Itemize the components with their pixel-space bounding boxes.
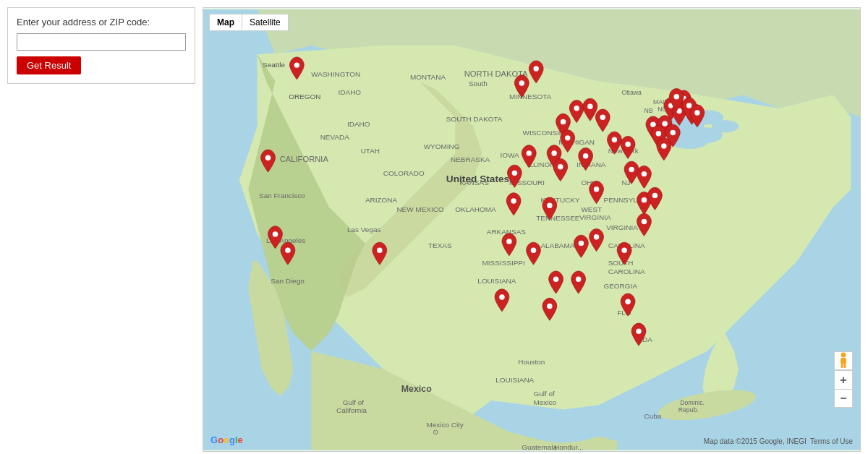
- svg-text:LOUISIANA: LOUISIANA: [477, 277, 516, 285]
- svg-text:⊙: ⊙: [433, 428, 438, 436]
- map-attribution: Map data ©2015 Google, INEGI Terms of Us…: [704, 437, 853, 445]
- main-content: Enter your address or ZIP code: Get Resu…: [7, 7, 861, 452]
- svg-text:TEXAS: TEXAS: [428, 241, 452, 249]
- svg-point-85: [533, 66, 538, 71]
- svg-point-126: [694, 110, 699, 115]
- svg-point-106: [594, 187, 599, 192]
- svg-text:SOUTH DAKOTA: SOUTH DAKOTA: [446, 115, 503, 123]
- svg-text:Las Vegas: Las Vegas: [347, 226, 380, 234]
- svg-text:WEST: WEST: [581, 205, 602, 213]
- address-input[interactable]: [17, 33, 186, 51]
- pegman[interactable]: [834, 351, 853, 370]
- svg-text:Mexico: Mexico: [401, 384, 433, 394]
- map-svg: NORTH DAKOTA South MINNESOTA MONTANA IDA…: [203, 8, 860, 451]
- svg-point-84: [519, 80, 524, 85]
- sidebar: Enter your address or ZIP code: Get Resu…: [7, 7, 195, 84]
- zoom-in-button[interactable]: +: [834, 370, 853, 389]
- svg-text:Repub.: Repub.: [678, 406, 699, 414]
- svg-text:NEBRASKA: NEBRASKA: [451, 155, 490, 163]
- zoom-controls: + −: [834, 370, 853, 408]
- svg-text:VIRGINIA: VIRGINIA: [606, 223, 638, 231]
- svg-point-129: [841, 353, 846, 358]
- svg-point-94: [594, 234, 599, 239]
- svg-point-97: [547, 304, 552, 309]
- svg-text:Dominic.: Dominic.: [680, 399, 705, 406]
- svg-point-123: [511, 198, 516, 203]
- svg-point-116: [662, 121, 667, 126]
- terms-link[interactable]: Terms of Use: [810, 437, 853, 445]
- svg-text:United States: United States: [446, 174, 510, 184]
- satellite-button[interactable]: Satellite: [242, 14, 289, 31]
- svg-rect-131: [841, 364, 843, 368]
- svg-point-124: [674, 94, 679, 99]
- svg-text:MONTANA: MONTANA: [410, 73, 446, 81]
- svg-text:ARIZONA: ARIZONA: [365, 196, 398, 204]
- svg-text:Mexico: Mexico: [533, 398, 556, 406]
- svg-point-98: [499, 294, 504, 299]
- svg-point-112: [621, 248, 626, 253]
- svg-text:California: California: [336, 406, 367, 414]
- svg-point-114: [636, 329, 641, 334]
- svg-point-102: [600, 115, 605, 120]
- svg-text:MISSISSIPPI: MISSISSIPPI: [482, 259, 525, 267]
- e-letter: e: [238, 434, 243, 445]
- svg-text:OKLAHOMA: OKLAHOMA: [455, 205, 496, 213]
- svg-point-107: [629, 167, 634, 172]
- svg-point-88: [527, 150, 532, 155]
- svg-text:IDAHO: IDAHO: [347, 120, 370, 128]
- svg-text:COLORADO: COLORADO: [383, 169, 425, 177]
- svg-point-91: [565, 135, 570, 140]
- svg-text:WYOMING: WYOMING: [424, 142, 460, 150]
- svg-point-93: [579, 241, 584, 246]
- svg-text:Guatemala: Guatemala: [522, 443, 557, 451]
- svg-text:Gulf of: Gulf of: [343, 398, 365, 406]
- page-container: Enter your address or ZIP code: Get Resu…: [0, 0, 868, 454]
- svg-text:TENNESSEE: TENNESSEE: [536, 214, 580, 222]
- svg-point-90: [558, 164, 563, 169]
- svg-point-125: [686, 103, 692, 108]
- svg-point-128: [671, 130, 676, 135]
- svg-text:San Diego: San Diego: [271, 277, 305, 285]
- svg-point-86: [561, 119, 566, 124]
- svg-text:SOUTH: SOUTH: [608, 259, 634, 267]
- svg-point-105: [583, 153, 588, 158]
- svg-text:GEORGIA: GEORGIA: [604, 282, 638, 290]
- svg-point-89: [551, 150, 556, 155]
- svg-rect-130: [841, 358, 846, 364]
- svg-text:WISCONSIN: WISCONSIN: [523, 129, 564, 137]
- svg-text:NEW MEXICO: NEW MEXICO: [396, 205, 443, 213]
- svg-text:CAROLINA: CAROLINA: [608, 267, 645, 275]
- map-area[interactable]: NORTH DAKOTA South MINNESOTA MONTANA IDA…: [203, 8, 860, 451]
- svg-point-117: [656, 131, 661, 136]
- svg-text:UTAH: UTAH: [361, 147, 380, 155]
- svg-text:WASHINGTON: WASHINGTON: [311, 70, 360, 78]
- svg-text:Gulf of: Gulf of: [533, 390, 555, 398]
- svg-rect-132: [844, 364, 846, 368]
- svg-text:IOWA: IOWA: [500, 151, 519, 159]
- svg-point-81: [273, 231, 278, 236]
- google-brand: Google: [210, 434, 243, 445]
- svg-text:CALIFORNIA: CALIFORNIA: [280, 155, 329, 163]
- svg-text:IDAHO: IDAHO: [339, 88, 362, 96]
- svg-point-110: [652, 193, 658, 198]
- svg-point-127: [661, 143, 666, 148]
- svg-text:LOUISIANA: LOUISIANA: [495, 376, 534, 384]
- map-button[interactable]: Map: [209, 14, 242, 31]
- svg-point-87: [574, 106, 579, 111]
- svg-point-99: [506, 239, 511, 244]
- svg-text:VIRGINIA: VIRGINIA: [579, 213, 611, 221]
- svg-point-100: [531, 248, 536, 253]
- svg-point-92: [547, 202, 552, 207]
- svg-point-80: [265, 155, 271, 160]
- get-result-button[interactable]: Get Result: [17, 56, 81, 74]
- svg-point-82: [285, 248, 290, 253]
- svg-text:OREGON: OREGON: [289, 93, 320, 100]
- svg-text:MINNESOTA: MINNESOTA: [509, 93, 552, 100]
- zoom-out-button[interactable]: −: [834, 389, 853, 408]
- svg-point-83: [377, 248, 382, 253]
- svg-point-101: [587, 104, 592, 109]
- g-letter: G: [210, 434, 218, 445]
- svg-text:South: South: [469, 80, 488, 87]
- svg-point-96: [553, 276, 558, 281]
- svg-text:Mexico City: Mexico City: [426, 421, 463, 429]
